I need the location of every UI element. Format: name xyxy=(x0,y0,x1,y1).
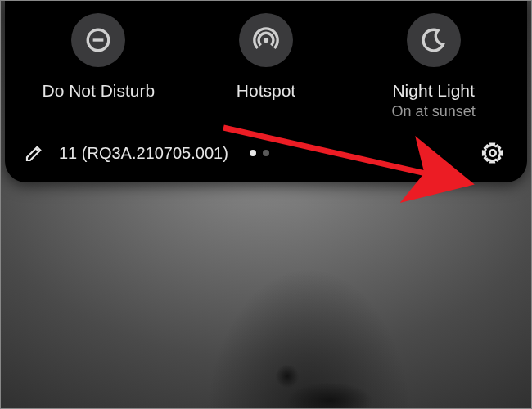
quick-settings-footer: 11 (RQ3A.210705.001) xyxy=(11,135,521,169)
tile-do-not-disturb[interactable]: Do Not Disturb xyxy=(20,13,176,120)
settings-button[interactable] xyxy=(480,140,506,166)
night-light-icon xyxy=(407,13,461,67)
tile-label: Night Light xyxy=(392,80,474,101)
tile-hotspot[interactable]: Hotspot xyxy=(188,13,344,120)
tile-label: Hotspot xyxy=(237,80,295,101)
gear-icon xyxy=(481,142,504,164)
build-version-text: 11 (RQ3A.210705.001) xyxy=(59,144,228,163)
tile-label: Do Not Disturb xyxy=(42,80,155,101)
page-indicator[interactable] xyxy=(250,150,269,156)
hotspot-icon xyxy=(239,13,293,67)
tile-night-light[interactable]: Night Light On at sunset xyxy=(356,13,512,120)
tile-sublabel: On at sunset xyxy=(392,103,476,120)
do-not-disturb-icon xyxy=(71,13,125,67)
pencil-icon xyxy=(25,143,44,163)
quick-settings-tiles-row: Do Not Disturb Hotspot Night Light On at… xyxy=(11,8,521,135)
pager-dot xyxy=(250,150,256,156)
pager-dot xyxy=(263,150,269,156)
quick-settings-panel: Do Not Disturb Hotspot Night Light On at… xyxy=(5,0,527,182)
svg-point-3 xyxy=(489,151,495,156)
edit-tiles-button[interactable] xyxy=(23,142,46,164)
svg-point-2 xyxy=(264,38,268,43)
